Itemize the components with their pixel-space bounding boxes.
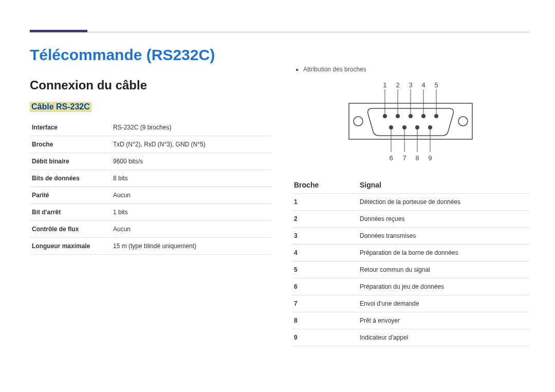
subsection-title: Câble RS-232C [30, 102, 91, 112]
section-title: Connexion du câble [30, 78, 271, 92]
pin-number: 9 [292, 329, 358, 346]
spec-row: Débit binaire9600 bits/s [30, 153, 271, 170]
svg-point-11 [354, 117, 363, 126]
spec-row: Contrôle de fluxAucun [30, 221, 271, 238]
pin-signal: Retour commun du signal [358, 262, 529, 278]
spec-value: 9600 bits/s [111, 153, 271, 170]
pin-signal: Envoi d'une demande [358, 295, 529, 312]
pin-signal: Préparation du jeu de données [358, 278, 529, 295]
spec-key: Parité [30, 187, 111, 204]
pin-number: 1 [292, 194, 358, 211]
svg-text:4: 4 [421, 81, 425, 89]
spec-row: InterfaceRS-232C (9 broches) [30, 119, 271, 136]
svg-point-13 [383, 114, 387, 118]
pin-number: 4 [292, 245, 358, 262]
pin-row: 4Préparation de la borne de données [292, 245, 529, 262]
pin-number: 2 [292, 211, 358, 228]
svg-text:1: 1 [383, 81, 386, 89]
spec-value: 15 m (type blindé uniquement) [111, 238, 271, 255]
pin-number: 3 [292, 228, 358, 245]
spec-value: Aucun [111, 221, 271, 238]
pin-row: 3Données transmises [292, 228, 529, 245]
pin-row: 9Indicateur d'appel [292, 329, 529, 346]
svg-point-14 [396, 114, 400, 118]
pin-signal: Préparation de la borne de données [358, 245, 529, 262]
pin-number: 6 [292, 278, 358, 295]
pin-attribution-text: Attribution des broches [303, 66, 366, 73]
pin-row: 1Détection de la porteuse de données [292, 194, 529, 211]
spec-row: Bits de données8 bits [30, 170, 271, 187]
spec-key: Interface [30, 119, 111, 136]
pin-table: Broche Signal 1Détection de la porteuse … [292, 177, 529, 346]
svg-text:3: 3 [409, 81, 412, 89]
spec-key: Bits de données [30, 170, 111, 187]
pin-signal: Prêt à envoyer [358, 312, 529, 329]
svg-point-17 [434, 114, 438, 118]
pin-row: 6Préparation du jeu de données [292, 278, 529, 295]
left-column: Télécommande (RS232C) Connexion du câble… [30, 46, 271, 346]
spec-row: ParitéAucun [30, 187, 271, 204]
right-column: Attribution des broches 12345 [292, 46, 529, 346]
pin-attribution-label: Attribution des broches [296, 66, 529, 73]
spec-table: InterfaceRS-232C (9 broches)BrocheTxD (N… [30, 119, 271, 255]
pin-header-num: Broche [292, 177, 358, 194]
header-accent-bar [30, 30, 87, 32]
spec-key: Débit binaire [30, 153, 111, 170]
pin-signal: Détection de la porteuse de données [358, 194, 529, 211]
spec-value: Aucun [111, 187, 271, 204]
pin-row: 2Données reçues [292, 211, 529, 228]
spec-value: TxD (N°2), RxD (N°3), GND (N°5) [111, 136, 271, 153]
spec-value: 8 bits [111, 170, 271, 187]
svg-text:6: 6 [389, 154, 393, 162]
pin-signal: Données transmises [358, 228, 529, 245]
spec-key: Contrôle de flux [30, 221, 111, 238]
pin-number: 7 [292, 295, 358, 312]
svg-text:2: 2 [396, 81, 399, 89]
svg-text:5: 5 [434, 81, 438, 89]
spec-key: Longueur maximale [30, 238, 111, 255]
pin-number: 8 [292, 312, 358, 329]
pin-number: 5 [292, 262, 358, 278]
pin-header-signal: Signal [358, 177, 529, 194]
svg-point-12 [458, 117, 468, 126]
connector-diagram: 12345 6789 [344, 80, 477, 164]
svg-point-15 [409, 114, 413, 118]
bullet-icon [296, 69, 298, 71]
pin-row: 5Retour commun du signal [292, 262, 529, 278]
header-rule [87, 32, 529, 32]
spec-value: 1 bits [111, 204, 271, 221]
svg-point-16 [421, 114, 425, 118]
pin-row: 7Envoi d'une demande [292, 295, 529, 312]
spec-key: Broche [30, 136, 111, 153]
spec-row: Longueur maximale15 m (type blindé uniqu… [30, 238, 271, 255]
spec-row: BrocheTxD (N°2), RxD (N°3), GND (N°5) [30, 136, 271, 153]
spec-key: Bit d'arrêt [30, 204, 111, 221]
page-title: Télécommande (RS232C) [30, 46, 271, 64]
svg-text:7: 7 [402, 154, 406, 162]
pin-row: 8Prêt à envoyer [292, 312, 529, 329]
spec-value: RS-232C (9 broches) [111, 119, 271, 136]
pin-signal: Indicateur d'appel [358, 329, 529, 346]
pin-signal: Données reçues [358, 211, 529, 228]
svg-text:9: 9 [428, 154, 432, 162]
svg-text:8: 8 [415, 154, 419, 162]
spec-row: Bit d'arrêt1 bits [30, 204, 271, 221]
